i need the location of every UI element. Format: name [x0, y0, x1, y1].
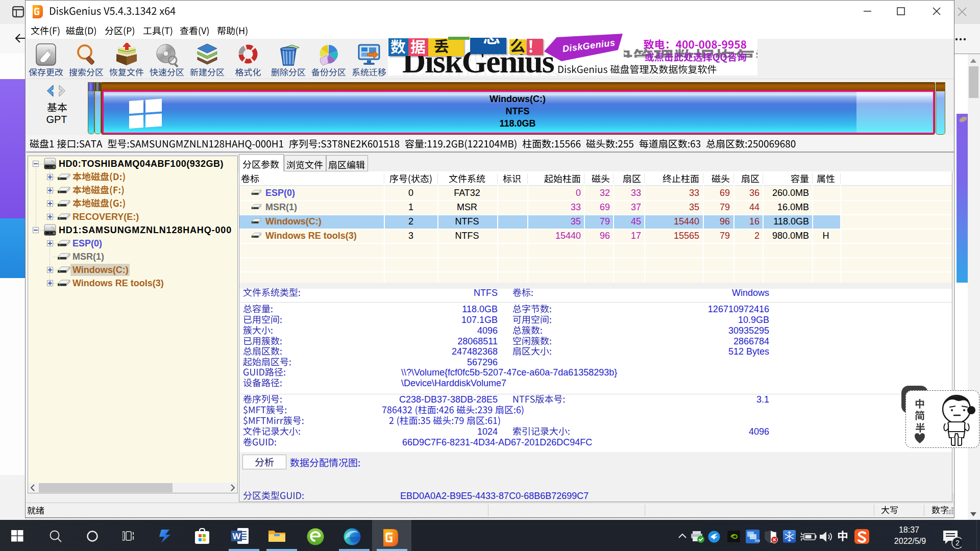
svg-text:2: 2: [955, 539, 960, 547]
svg-text:W: W: [232, 532, 241, 541]
svg-text:intel: intel: [755, 539, 760, 542]
